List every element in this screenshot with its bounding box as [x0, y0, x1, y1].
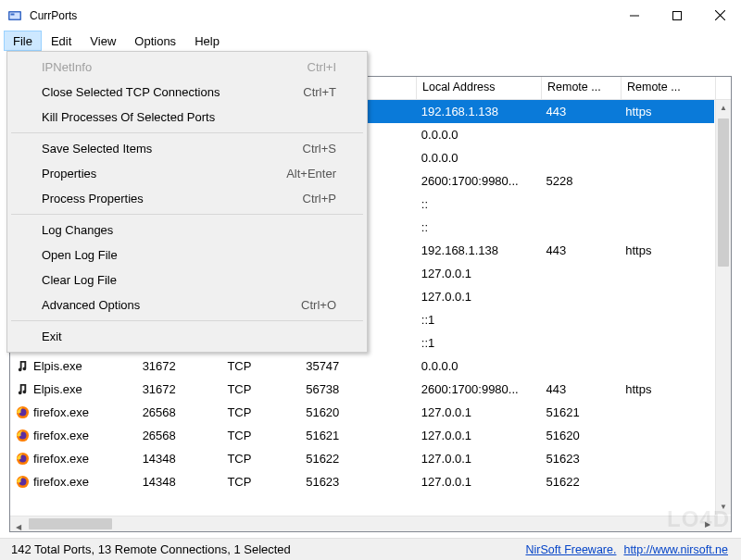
- file-menu-item[interactable]: Clear Log File: [10, 268, 364, 292]
- cell-protocol: TCP: [221, 359, 300, 373]
- maximize-button[interactable]: [656, 2, 698, 30]
- menu-item-label: Save Selected Items: [42, 142, 152, 156]
- cell-process-name: firefox.exe: [10, 429, 137, 442]
- cell-protocol: TCP: [221, 405, 300, 419]
- file-menu-item[interactable]: Advanced OptionsCtrl+O: [10, 292, 364, 317]
- menu-separator: [11, 132, 363, 133]
- cell-remote-1: 443: [540, 105, 620, 118]
- cell-local-address: 0.0.0.0: [416, 359, 541, 373]
- app-icon: [7, 8, 22, 23]
- status-text: 142 Total Ports, 13 Remote Connections, …: [11, 542, 291, 556]
- window-title: CurrPorts: [30, 9, 613, 22]
- music-note-icon: [16, 359, 30, 373]
- col-remote-2[interactable]: Remote ...: [622, 77, 716, 99]
- menu-separator: [11, 320, 363, 321]
- status-link-vendor[interactable]: NirSoft Freeware.: [525, 543, 616, 556]
- menu-file-label: File: [13, 34, 32, 48]
- table-row[interactable]: firefox.exe26568TCP51620127.0.0.151621: [10, 401, 714, 424]
- menu-item-label: IPNetInfo: [42, 60, 92, 74]
- menubar: File Edit View Options Help: [0, 31, 741, 51]
- menu-view[interactable]: View: [81, 31, 125, 51]
- menu-item-label: Advanced Options: [42, 298, 140, 312]
- col-remote-1[interactable]: Remote ...: [542, 77, 622, 99]
- file-menu-item[interactable]: Log Changes: [10, 218, 364, 243]
- table-row[interactable]: Elpis.exe31672TCP357470.0.0.0: [10, 355, 714, 378]
- menu-item-label: Clear Log File: [42, 273, 117, 287]
- cell-process-name: Elpis.exe: [10, 382, 137, 396]
- cell-process-id: 26568: [137, 429, 222, 442]
- scroll-left-icon[interactable]: ◀: [10, 519, 26, 532]
- file-menu-item[interactable]: Exit: [10, 324, 364, 349]
- cell-process-id: 26568: [137, 405, 222, 419]
- file-menu-item[interactable]: Save Selected ItemsCtrl+S: [10, 136, 364, 161]
- cell-local-address: 127.0.0.1: [416, 405, 541, 419]
- cell-remote-2: https: [620, 243, 714, 257]
- menu-item-label: Close Selected TCP Connections: [42, 85, 220, 99]
- file-menu-item[interactable]: Open Log File: [10, 243, 364, 268]
- cell-process-id: 31672: [137, 382, 222, 396]
- file-menu-dropdown: IPNetInfoCtrl+IClose Selected TCP Connec…: [6, 51, 368, 353]
- menu-item-label: Kill Processes Of Selected Ports: [42, 110, 215, 124]
- table-row[interactable]: firefox.exe14348TCP51623127.0.0.151622: [10, 470, 714, 493]
- file-menu-item[interactable]: Close Selected TCP ConnectionsCtrl+T: [10, 80, 364, 105]
- cell-local-port: 51623: [300, 475, 416, 489]
- cell-local-address: 2600:1700:9980...: [416, 382, 541, 396]
- cell-local-address: 0.0.0.0: [416, 151, 541, 165]
- scrollbar-corner: [715, 516, 731, 531]
- file-menu-item[interactable]: Kill Processes Of Selected Ports: [10, 105, 364, 130]
- firefox-icon: [16, 452, 30, 466]
- menu-options[interactable]: Options: [125, 31, 185, 51]
- cell-remote-1: 51621: [540, 405, 620, 419]
- scroll-thumb-horizontal[interactable]: [29, 518, 112, 529]
- menu-item-label: Process Properties: [42, 192, 144, 205]
- cell-process-id: 14348: [137, 452, 222, 466]
- menu-edit[interactable]: Edit: [42, 31, 81, 51]
- vertical-scrollbar[interactable]: ▲ ▼: [715, 100, 731, 515]
- cell-local-address: ::: [416, 220, 541, 234]
- cell-local-port: 35747: [300, 359, 416, 373]
- col-local-address[interactable]: Local Address: [417, 77, 542, 99]
- minimize-button[interactable]: [613, 2, 656, 30]
- cell-local-port: 51621: [300, 429, 416, 442]
- firefox-icon: [16, 405, 30, 419]
- firefox-icon: [16, 475, 30, 489]
- cell-remote-1: 51622: [540, 475, 620, 489]
- file-menu-item[interactable]: PropertiesAlt+Enter: [10, 161, 364, 186]
- scroll-up-icon[interactable]: ▲: [716, 100, 731, 116]
- cell-local-address: 127.0.0.1: [416, 452, 541, 466]
- cell-local-address: 0.0.0.0: [416, 128, 541, 142]
- menu-item-shortcut: Ctrl+P: [303, 192, 336, 205]
- scroll-down-icon[interactable]: ▼: [716, 499, 731, 515]
- horizontal-scrollbar[interactable]: ◀ ▶: [10, 516, 715, 531]
- cell-local-port: 51622: [300, 452, 416, 466]
- cell-remote-1: 443: [540, 382, 620, 396]
- scroll-right-icon[interactable]: ▶: [699, 516, 715, 532]
- titlebar: CurrPorts: [0, 0, 741, 31]
- cell-local-address: 192.168.1.138: [416, 243, 541, 257]
- close-button[interactable]: [698, 2, 741, 30]
- cell-local-address: 127.0.0.1: [416, 290, 541, 304]
- cell-process-id: 14348: [137, 475, 222, 489]
- status-link-url[interactable]: http://www.nirsoft.ne: [623, 543, 728, 556]
- menu-separator: [11, 214, 363, 215]
- cell-local-address: 127.0.0.1: [416, 267, 541, 280]
- menu-item-label: Properties: [42, 167, 96, 180]
- table-row[interactable]: firefox.exe14348TCP51622127.0.0.151623: [10, 447, 714, 470]
- menu-file[interactable]: File: [4, 31, 42, 51]
- svg-rect-3: [673, 11, 682, 19]
- scroll-thumb-vertical[interactable]: [718, 118, 729, 267]
- menu-help-label: Help: [195, 34, 220, 48]
- menu-view-label: View: [90, 34, 116, 48]
- file-menu-item[interactable]: Process PropertiesCtrl+P: [10, 186, 364, 211]
- cell-remote-2: https: [620, 382, 714, 396]
- menu-item-shortcut: Alt+Enter: [286, 167, 336, 180]
- table-row[interactable]: Elpis.exe31672TCP567382600:1700:9980...4…: [10, 378, 714, 401]
- cell-protocol: TCP: [221, 429, 300, 442]
- menu-help[interactable]: Help: [185, 31, 229, 51]
- cell-local-address: ::1: [416, 313, 541, 327]
- cell-local-port: 51620: [300, 405, 416, 419]
- menu-item-shortcut: Ctrl+T: [303, 85, 336, 99]
- cell-local-address: ::: [416, 197, 541, 211]
- menu-item-label: Open Log File: [42, 248, 118, 262]
- table-row[interactable]: firefox.exe26568TCP51621127.0.0.151620: [10, 424, 714, 447]
